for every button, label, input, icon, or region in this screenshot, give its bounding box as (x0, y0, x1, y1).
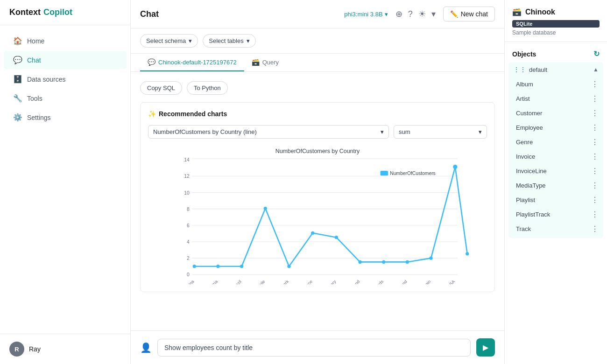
aggregation-label: sum (399, 128, 410, 135)
tab-icon: 🗃️ (252, 58, 260, 66)
svg-text:Argentina: Argentina (178, 279, 195, 284)
chat-icon: 💬 (13, 56, 22, 64)
chart-section-title: Recommended charts (159, 110, 227, 118)
chart-card: ✨ Recommended charts NumberOfCustomers b… (140, 102, 495, 292)
svg-text:France: France (301, 279, 314, 284)
right-panel: 🗃️ Chinook SQLite Sample database Object… (504, 0, 607, 364)
refresh-icon[interactable]: ↻ (593, 49, 600, 58)
home-icon: 🏠 (13, 36, 22, 45)
new-chat-button[interactable]: ✏️ New chat (443, 7, 495, 21)
table-more-icon[interactable]: ⋮ (591, 94, 599, 103)
db-header: 🗃️ Chinook (505, 0, 607, 20)
line-chart-tail (455, 167, 467, 254)
select-schema-dropdown[interactable]: Select schema ▾ (140, 34, 198, 48)
panel-divider (505, 42, 607, 42)
table-item-employee[interactable]: Employee ⋮ (508, 120, 603, 135)
table-more-icon[interactable]: ⋮ (591, 196, 599, 204)
table-more-icon[interactable]: ⋮ (591, 224, 599, 233)
globe-icon[interactable]: ⊕ (395, 9, 402, 19)
sidebar-item-data-sources[interactable]: 🗄️ Data sources (4, 70, 127, 88)
data-point (429, 257, 432, 260)
svg-text:8: 8 (187, 207, 190, 212)
line-chart-svg: NumberOfCustomers by Country 0 (148, 144, 487, 284)
table-name: MediaType (516, 182, 546, 189)
to-python-button[interactable]: To Python (187, 81, 228, 95)
data-point (287, 265, 290, 268)
data-sources-icon: 🗄️ (13, 75, 22, 84)
model-name: phi3:mini 3.8B (344, 11, 382, 18)
theme-chevron-icon[interactable]: ▾ (431, 9, 436, 19)
chart-container: NumberOfCustomers by Country 0 (148, 144, 487, 284)
table-name: InvoiceLine (516, 168, 547, 175)
chevron-down-icon: ▾ (479, 128, 482, 135)
svg-text:Chile: Chile (256, 279, 266, 284)
sidebar-item-tools[interactable]: 🔧 Tools (4, 89, 127, 107)
svg-text:Denmark: Denmark (274, 279, 290, 284)
svg-text:Spain: Spain (421, 279, 432, 284)
table-more-icon[interactable]: ⋮ (591, 167, 599, 175)
svg-text:Austria: Austria (206, 279, 219, 284)
select-schema-label: Select schema (146, 37, 186, 44)
db-description: Sample database (505, 29, 607, 42)
chevron-down-icon: ▾ (385, 11, 388, 18)
table-name: Artist (516, 95, 530, 102)
avatar: R (9, 342, 24, 357)
send-button[interactable]: ▶ (476, 338, 495, 357)
svg-text:Poland: Poland (395, 279, 408, 284)
chat-input[interactable] (157, 339, 471, 357)
svg-text:Ireland: Ireland (348, 279, 360, 284)
user-avatar-icon: 👤 (140, 342, 152, 353)
table-item-customer[interactable]: Customer ⋮ (508, 106, 603, 120)
tools-icon: 🔧 (13, 94, 22, 103)
table-item-playlisttrack[interactable]: PlaylistTrack ⋮ (508, 207, 603, 222)
select-tables-dropdown[interactable]: Select tables ▾ (203, 34, 255, 48)
aggregation-select[interactable]: sum ▾ (394, 125, 487, 139)
table-item-invoice[interactable]: Invoice ⋮ (508, 149, 603, 164)
table-item-playlist[interactable]: Playlist ⋮ (508, 193, 603, 207)
chevron-up-icon: ▲ (593, 66, 599, 73)
svg-text:4: 4 (187, 239, 190, 245)
sidebar-item-chat[interactable]: 💬 Chat (4, 51, 127, 69)
data-point (216, 265, 219, 268)
main-content: Chat phi3:mini 3.8B ▾ ⊕ ? ☀ ▾ ✏️ New cha… (131, 0, 504, 364)
new-chat-label: New chat (461, 10, 488, 18)
table-more-icon[interactable]: ⋮ (591, 80, 599, 89)
db-icon: 🗃️ (512, 7, 522, 16)
db-badge: SQLite (512, 20, 600, 28)
chart-sparkle-icon: ✨ (148, 110, 156, 118)
table-item-invoiceline[interactable]: InvoiceLine ⋮ (508, 164, 603, 178)
settings-icon: ⚙️ (13, 113, 22, 122)
sidebar-item-label: Tools (27, 95, 42, 102)
chevron-down-icon: ▾ (247, 37, 250, 44)
input-area: 👤 ▶ (131, 330, 504, 364)
data-point (406, 260, 409, 264)
table-more-icon[interactable]: ⋮ (591, 152, 599, 161)
help-icon[interactable]: ? (408, 9, 413, 19)
data-point (466, 252, 469, 255)
table-more-icon[interactable]: ⋮ (591, 181, 599, 190)
table-more-icon[interactable]: ⋮ (591, 138, 599, 147)
tab-query[interactable]: 🗃️ Query (244, 54, 286, 71)
table-item-track[interactable]: Track ⋮ (508, 222, 603, 236)
chart-controls: NumberOfCustomers by Country (line) ▾ su… (148, 125, 487, 139)
logo-text-copilot: Copilot (43, 7, 72, 17)
tab-history[interactable]: 💬 Chinook-default-1725197672 (140, 54, 244, 71)
sidebar-item-home[interactable]: 🏠 Home (4, 32, 127, 50)
copy-sql-button[interactable]: Copy SQL (140, 81, 182, 95)
table-item-artist[interactable]: Artist ⋮ (508, 91, 603, 106)
schema-header[interactable]: ⋮⋮ default ▲ (508, 62, 603, 77)
chart-type-select[interactable]: NumberOfCustomers by Country (line) ▾ (148, 125, 389, 139)
theme-icon[interactable]: ☀ (418, 9, 426, 19)
table-name: Genre (516, 139, 533, 146)
table-item-mediatype[interactable]: MediaType ⋮ (508, 178, 603, 193)
table-more-icon[interactable]: ⋮ (591, 123, 599, 132)
table-more-icon[interactable]: ⋮ (591, 109, 599, 118)
select-tables-label: Select tables (209, 37, 243, 44)
table-item-album[interactable]: Album ⋮ (508, 77, 603, 91)
table-more-icon[interactable]: ⋮ (591, 210, 599, 219)
sidebar-footer: R Ray (0, 334, 130, 364)
table-item-genre[interactable]: Genre ⋮ (508, 135, 603, 149)
tab-icon: 💬 (148, 58, 155, 66)
model-selector[interactable]: phi3:mini 3.8B ▾ (344, 11, 388, 18)
sidebar-item-settings[interactable]: ⚙️ Settings (4, 108, 127, 126)
